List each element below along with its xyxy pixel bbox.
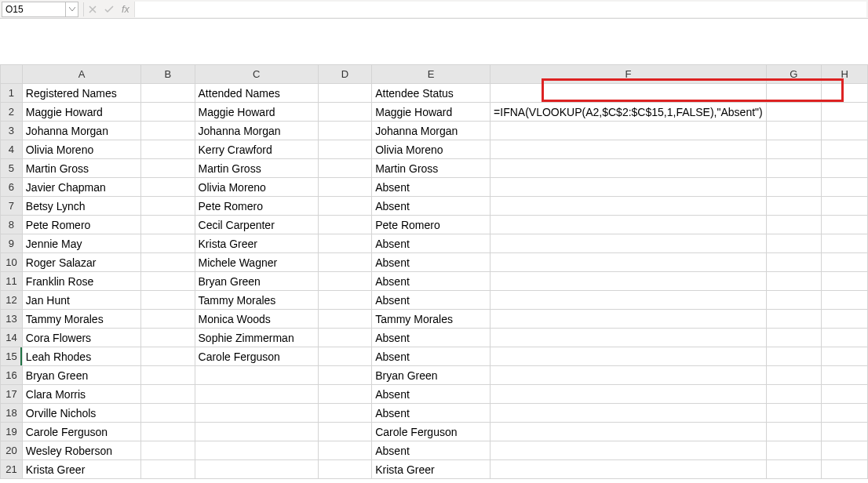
cell[interactable] — [195, 423, 318, 441]
cell[interactable] — [141, 460, 195, 479]
cell[interactable] — [141, 366, 195, 385]
col-header-C[interactable]: C — [195, 65, 318, 84]
cell[interactable] — [141, 178, 195, 197]
row-header[interactable]: 12 — [1, 291, 23, 310]
cell[interactable]: Absent — [372, 178, 491, 197]
cell[interactable]: Krista Greer — [22, 460, 140, 479]
cell[interactable]: Johanna Morgan — [195, 122, 318, 140]
cell[interactable] — [766, 347, 821, 366]
row-header[interactable]: 5 — [1, 159, 23, 178]
cell[interactable] — [491, 310, 767, 329]
row-header[interactable]: 13 — [1, 310, 23, 329]
cell[interactable] — [766, 84, 821, 103]
cell[interactable] — [318, 347, 371, 366]
cell[interactable]: Carole Ferguson — [372, 423, 491, 441]
cell[interactable] — [766, 423, 821, 441]
cell[interactable]: Tammy Morales — [22, 310, 140, 329]
cell[interactable] — [822, 404, 868, 423]
cancel-icon[interactable] — [89, 5, 97, 13]
cell[interactable] — [141, 103, 195, 122]
row-header[interactable]: 19 — [1, 423, 23, 441]
cell[interactable]: Betsy Lynch — [22, 197, 140, 216]
col-header-A[interactable]: A — [22, 65, 140, 84]
cell[interactable] — [141, 291, 195, 310]
cell[interactable]: Absent — [372, 347, 491, 366]
cell[interactable] — [491, 216, 767, 234]
cell[interactable]: Kerry Crawford — [195, 140, 318, 159]
cell[interactable] — [195, 441, 318, 460]
cell[interactable]: Absent — [372, 253, 491, 272]
cell[interactable] — [822, 272, 868, 291]
cell[interactable] — [318, 103, 371, 122]
cell[interactable] — [491, 366, 767, 385]
select-all-corner[interactable] — [1, 65, 23, 84]
cell[interactable]: Krista Greer — [372, 460, 491, 479]
col-header-G[interactable]: G — [766, 65, 821, 84]
row-header[interactable]: 16 — [1, 366, 23, 385]
cell[interactable]: Absent — [372, 197, 491, 216]
cell[interactable]: Pete Romero — [22, 216, 140, 234]
cell[interactable]: Carole Ferguson — [195, 347, 318, 366]
name-box[interactable]: O15 — [2, 2, 66, 17]
cell[interactable]: Wesley Roberson — [22, 441, 140, 460]
cell[interactable] — [318, 84, 371, 103]
cell[interactable]: Javier Chapman — [22, 178, 140, 197]
cell[interactable] — [766, 329, 821, 347]
cell[interactable] — [318, 216, 371, 234]
cell[interactable] — [491, 84, 767, 103]
cell[interactable]: Johanna Morgan — [372, 122, 491, 140]
row-header[interactable]: 20 — [1, 441, 23, 460]
cell[interactable]: Leah Rhodes — [22, 347, 140, 366]
cell[interactable] — [318, 272, 371, 291]
cell[interactable]: Martin Gross — [22, 159, 140, 178]
cell[interactable]: Carole Ferguson — [22, 423, 140, 441]
cell[interactable] — [766, 366, 821, 385]
cell[interactable] — [318, 460, 371, 479]
row-header[interactable]: 14 — [1, 329, 23, 347]
cell[interactable] — [822, 423, 868, 441]
cell[interactable] — [822, 159, 868, 178]
cell[interactable] — [491, 197, 767, 216]
cell[interactable] — [318, 253, 371, 272]
cell[interactable] — [491, 140, 767, 159]
cell[interactable] — [822, 329, 868, 347]
cell[interactable] — [766, 103, 821, 122]
cell[interactable] — [822, 460, 868, 479]
row-header[interactable]: 1 — [1, 84, 23, 103]
cell[interactable] — [766, 460, 821, 479]
cell[interactable]: Bryan Green — [372, 366, 491, 385]
cell[interactable]: Krista Greer — [195, 234, 318, 253]
cell[interactable]: Sophie Zimmerman — [195, 329, 318, 347]
cell[interactable] — [822, 178, 868, 197]
cell[interactable] — [491, 122, 767, 140]
cell[interactable] — [822, 366, 868, 385]
cell[interactable] — [766, 441, 821, 460]
cell[interactable] — [766, 234, 821, 253]
cell[interactable] — [491, 253, 767, 272]
cell[interactable] — [491, 441, 767, 460]
cell[interactable] — [766, 216, 821, 234]
cell[interactable] — [822, 122, 868, 140]
cell[interactable] — [141, 272, 195, 291]
cell[interactable] — [318, 291, 371, 310]
col-header-D[interactable]: D — [318, 65, 371, 84]
cell[interactable] — [318, 404, 371, 423]
row-header[interactable]: 7 — [1, 197, 23, 216]
cell[interactable]: Franklin Rose — [22, 272, 140, 291]
formula-bar-input[interactable] — [134, 2, 866, 17]
cell[interactable] — [318, 366, 371, 385]
cell[interactable] — [491, 460, 767, 479]
cell[interactable]: Olivia Moreno — [372, 140, 491, 159]
cell[interactable] — [766, 291, 821, 310]
cell[interactable]: Absent — [372, 385, 491, 404]
fx-label[interactable]: fx — [122, 4, 129, 15]
cell[interactable] — [822, 103, 868, 122]
row-header[interactable]: 8 — [1, 216, 23, 234]
cell[interactable] — [141, 253, 195, 272]
cell[interactable] — [822, 140, 868, 159]
cell[interactable] — [141, 122, 195, 140]
cell[interactable]: =IFNA(VLOOKUP(A2,$C$2:$C$15,1,FALSE),"Ab… — [491, 103, 767, 122]
cell[interactable] — [141, 216, 195, 234]
cell[interactable]: Maggie Howard — [22, 103, 140, 122]
cell[interactable]: Absent — [372, 291, 491, 310]
